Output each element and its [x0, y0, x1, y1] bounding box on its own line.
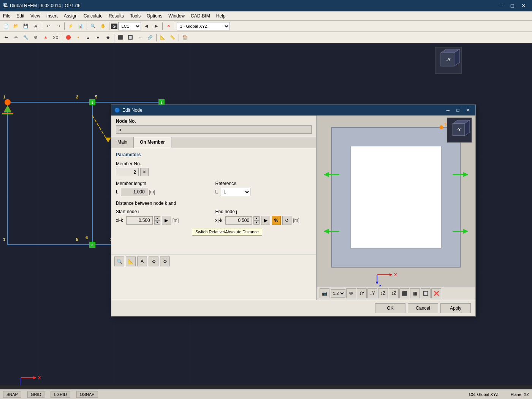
reset-btn[interactable]: ↺	[282, 216, 291, 225]
tb2-7[interactable]: 🔴	[64, 33, 73, 42]
tb2-17[interactable]: 📏	[168, 33, 177, 42]
reference-row: L L %	[215, 188, 312, 196]
preview-icon-3[interactable]: ↕Y	[357, 288, 367, 298]
bottom-icon-2[interactable]: 📐	[126, 256, 136, 266]
reference-group: Reference L L %	[215, 181, 312, 196]
tb2-3[interactable]: 🔧	[21, 33, 30, 42]
menu-view[interactable]: View	[27, 11, 43, 20]
menu-cad-bim[interactable]: CAD-BIM	[188, 11, 213, 20]
toolbar-pan[interactable]: ✋	[98, 22, 108, 31]
menu-insert[interactable]: Insert	[43, 11, 61, 20]
cancel-button[interactable]: Cancel	[408, 303, 438, 313]
tb2-13[interactable]: 🔲	[126, 33, 135, 42]
toolbar-redo[interactable]: ↪	[54, 22, 63, 31]
bottom-icon-1[interactable]: 🔍	[114, 256, 124, 266]
status-snap[interactable]: SNAP	[3, 391, 21, 398]
dialog-title-bar[interactable]: 🔵 Edit Node ─ □ ✕	[111, 105, 475, 116]
apply-button[interactable]: Apply	[440, 303, 471, 313]
bottom-icon-4[interactable]: ⟲	[149, 256, 158, 266]
tb2-8[interactable]: 🔸	[74, 33, 83, 42]
menu-file[interactable]: File	[0, 11, 13, 20]
xi-k-up[interactable]: ▲	[154, 216, 160, 220]
member-no-input[interactable]: 2	[116, 168, 139, 176]
preview-icon-5[interactable]: ↕Z	[378, 288, 388, 298]
menu-help[interactable]: Help	[213, 11, 229, 20]
tb2-10[interactable]: ▼	[93, 33, 103, 42]
member-length-input[interactable]: 1.000	[121, 188, 147, 196]
xi-k-arrow[interactable]: ▶	[162, 216, 171, 225]
tb2-1[interactable]: ⬅	[2, 33, 11, 42]
lc-prev[interactable]: ◀	[142, 22, 151, 31]
xj-k-up[interactable]: ▲	[253, 216, 260, 220]
tab-on-member[interactable]: On Member	[134, 137, 171, 148]
status-osnap[interactable]: OSNAP	[76, 391, 98, 398]
preview-icon-9[interactable]: 🔲	[421, 288, 431, 298]
menu-options[interactable]: Options	[144, 11, 165, 20]
preview-icon-1[interactable]: 📷	[320, 288, 329, 298]
member-picker-btn[interactable]: ✕	[140, 168, 149, 176]
dialog-maximize[interactable]: □	[453, 106, 462, 115]
tab-main[interactable]: Main	[111, 137, 134, 148]
tb2-18[interactable]: 🏠	[180, 33, 190, 42]
toolbar-stop[interactable]: ✕	[164, 22, 173, 31]
menu-assign[interactable]: Assign	[61, 11, 81, 20]
bottom-icon-3[interactable]: A	[137, 256, 147, 266]
preview-icon-7[interactable]: ⬛	[399, 288, 409, 298]
tb2-2[interactable]: ✏	[11, 33, 21, 42]
node-no-input[interactable]: 5	[116, 125, 312, 134]
xj-k-down[interactable]: ▼	[253, 220, 260, 225]
preview-icon-2[interactable]: 👁	[346, 288, 356, 298]
bottom-icon-5[interactable]: ⚙	[160, 256, 170, 266]
xi-k-input[interactable]: 0.500	[126, 216, 153, 225]
member-no-group: Member No. 2 ✕	[116, 161, 312, 176]
dialog-minimize[interactable]: ─	[443, 106, 453, 115]
xi-k-down[interactable]: ▼	[154, 220, 160, 225]
status-grid[interactable]: GRID	[27, 391, 45, 398]
tb2-15[interactable]: 🔗	[146, 33, 155, 42]
app-icon: 🏗	[3, 3, 8, 8]
reference-select[interactable]: L %	[220, 188, 250, 196]
menu-results[interactable]: Results	[106, 11, 127, 20]
toolbar-save[interactable]: 💾	[21, 22, 30, 31]
tb2-6[interactable]: XX	[51, 33, 60, 42]
close-button[interactable]: ✕	[518, 0, 529, 11]
title-left: 🏗 Dlubal RFEM | 6.02.0014 | OP1.rf6	[3, 3, 81, 8]
minimize-button[interactable]: ─	[496, 0, 506, 11]
preview-icon-4[interactable]: ↓Y	[367, 288, 377, 298]
tb2-16[interactable]: 📐	[158, 33, 167, 42]
menu-tools[interactable]: Tools	[127, 11, 144, 20]
parameters-label: Parameters	[116, 152, 312, 157]
tb2-4[interactable]: ⚙	[31, 33, 40, 42]
dialog-close[interactable]: ✕	[463, 106, 472, 115]
xj-k-arrow[interactable]: ▶	[261, 216, 270, 225]
xi-k-spinners: ▲ ▼	[154, 216, 160, 225]
toolbar-calc[interactable]: ⚡	[66, 22, 75, 31]
ok-button[interactable]: OK	[375, 303, 405, 313]
tb2-14[interactable]: ↔	[136, 33, 145, 42]
xj-k-input[interactable]: 0.500	[225, 216, 252, 225]
tb2-11[interactable]: ◆	[103, 33, 112, 42]
menu-window[interactable]: Window	[165, 11, 188, 20]
menu-calculate[interactable]: Calculate	[81, 11, 106, 20]
percent-btn[interactable]: %	[272, 216, 281, 225]
tb2-12[interactable]: ⬛	[116, 33, 125, 42]
tb2-5[interactable]: 🔺	[41, 33, 50, 42]
toolbar-undo[interactable]: ↩	[44, 22, 53, 31]
toolbar-print[interactable]: 🖨	[31, 22, 40, 31]
view-combo[interactable]: 1 - Global XYZ	[177, 22, 230, 30]
toolbar-open[interactable]: 📂	[11, 22, 21, 31]
preview-scale-select[interactable]: 1:2 1:1	[331, 289, 345, 298]
toolbar-zoom[interactable]: 🔍	[89, 22, 98, 31]
preview-icon-6[interactable]: ↕Z	[389, 288, 399, 298]
lc-next[interactable]: ▶	[152, 22, 161, 31]
tb2-9[interactable]: ▲	[84, 33, 93, 42]
member-no-row: 2 ✕	[116, 168, 312, 176]
toolbar-new[interactable]: 📄	[2, 22, 11, 31]
preview-icon-10[interactable]: ❌	[431, 288, 441, 298]
menu-edit[interactable]: Edit	[13, 11, 27, 20]
toolbar-results[interactable]: 📊	[76, 22, 85, 31]
lc-select[interactable]: LC1	[118, 22, 141, 30]
preview-icon-8[interactable]: ▦	[410, 288, 420, 298]
status-lgrid[interactable]: LGRID	[51, 391, 70, 398]
maximize-button[interactable]: □	[507, 0, 518, 11]
